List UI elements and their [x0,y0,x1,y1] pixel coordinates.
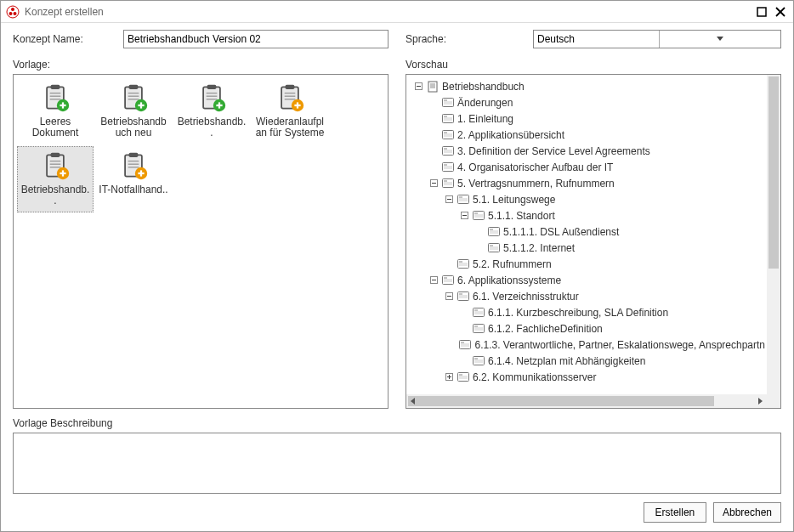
language-select[interactable]: Deutsch [533,30,781,48]
tree-node[interactable]: Betriebshandbuch [408,78,765,94]
template-item[interactable]: Betriebshandb.. [173,78,250,144]
tree-toggle-icon [428,162,439,173]
maximize-button[interactable] [754,4,769,20]
template-label: Betriebshandb.. [20,184,91,207]
tree-node-label: 3. Definition der Service Level Agreemen… [457,145,650,157]
tree-node[interactable]: 5.1.1.1. DSL Außendienst [408,224,765,240]
template-item[interactable]: Wiederanlaufplan für Systeme [252,78,328,144]
tree-toggle-icon[interactable] [459,211,469,221]
chevron-down-icon [659,31,781,48]
description-box[interactable] [13,433,781,494]
tree-node[interactable]: 3. Definition der Service Level Agreemen… [408,143,765,159]
tree-node-label: 6.2. Kommunikationsserver [473,371,596,383]
svg-rect-25 [207,85,217,89]
page-icon [457,291,469,302]
tree-node[interactable]: 6.1.1. Kurzbeschreibung, SLA Definition [408,304,765,320]
concept-name-label: Konzept Name: [13,33,123,45]
tree-node[interactable]: 6.1.2. FachlicheDefinition [408,320,765,337]
tree-node[interactable]: 6. Applikationssysteme [408,272,765,288]
language-value: Deutsch [537,33,659,45]
tree-node[interactable]: 5.1. Leitungswege [408,191,765,207]
close-button[interactable] [773,4,788,20]
tree-node[interactable]: 6.2. Kommunikationsserver [408,369,765,385]
templates-label: Vorlage: [13,59,388,71]
tree-node-label: 5. Vertragsnummern, Rufnummern [457,178,615,190]
tree-toggle-icon[interactable] [413,82,423,92]
tree-node[interactable]: 1. Einleitung [408,110,765,127]
cancel-button[interactable]: Abbrechen [713,502,781,523]
tree-node-label: 5.1.1. Standort [488,210,555,222]
template-item[interactable]: Betriebshandb.. [17,146,94,212]
horizontal-scrollbar[interactable] [406,394,767,408]
page-icon [488,227,500,237]
tree-node-label: 6.1.4. Netzplan mit Abhängigkeiten [488,355,645,367]
svg-rect-58 [428,82,437,92]
svg-rect-49 [129,153,139,157]
page-icon [442,275,454,286]
page-icon [442,162,454,173]
tree-node-label: 6.1.1. Kurzbeschreibung, SLA Definition [488,307,668,319]
tree-node-label: Änderungen [457,97,513,109]
svg-point-1 [11,8,14,11]
template-item[interactable]: IT-Notfallhand.. [95,146,172,212]
svg-marker-7 [717,37,723,41]
vertical-scrollbar[interactable] [767,75,780,394]
tree-toggle-icon [474,243,485,253]
tree-toggle-icon[interactable] [444,195,454,205]
tree-node[interactable]: 5. Vertragsnummern, Rufnummern [408,175,765,191]
document-icon [427,82,439,92]
titlebar: Konzept erstellen [1,1,793,23]
tree-toggle-icon[interactable] [444,291,454,302]
tree-node[interactable]: Änderungen [408,94,765,110]
create-button[interactable]: Erstellen [644,502,706,523]
tree-node[interactable]: 2. Applikationsübersicht [408,127,765,143]
window-title: Konzept erstellen [25,6,751,18]
svg-rect-33 [286,85,295,89]
page-icon [473,356,485,366]
app-icon [6,5,20,19]
tree-node-label: 4. Organisatorischer Aufbau der IT [457,161,613,173]
clipboard-icon [118,82,149,113]
tree-toggle-icon[interactable] [444,372,454,382]
page-icon [457,372,469,382]
svg-rect-4 [757,8,766,16]
preview-pane: Betriebshandbuch Änderungen 1. Einleitun… [406,74,781,409]
svg-rect-41 [51,153,60,157]
tree-node[interactable]: 6.1.4. Netzplan mit Abhängigkeiten [408,353,765,369]
template-label: Betriebshandbuch neu [98,116,169,139]
tree-node[interactable]: 5.1.1. Standort [408,207,765,224]
page-icon [442,98,454,108]
page-icon [473,308,485,318]
tree-node[interactable]: 6.1. Verzeichnisstruktur [408,288,765,304]
page-icon [457,195,469,205]
svg-marker-148 [758,398,763,405]
tree-node[interactable]: 4. Organisatorischer Aufbau der IT [408,159,765,175]
page-icon [442,146,454,156]
template-item[interactable]: Betriebshandbuch neu [95,78,172,144]
svg-point-3 [14,12,17,15]
tree-toggle-icon[interactable] [428,275,439,286]
clipboard-icon [40,82,71,113]
tree-node[interactable]: 6.1.3. Verantwortliche, Partner, Eskalat… [408,337,765,353]
page-icon [442,114,454,124]
tree-toggle-icon [428,98,439,108]
templates-pane: Leeres Dokument Betriebshandbuch neu Bet… [13,74,388,409]
tree-node[interactable]: 5.2. Rufnummern [408,256,765,272]
svg-rect-17 [129,85,139,89]
tree-node-label: 5.1.1.1. DSL Außendienst [503,226,619,238]
svg-point-2 [9,12,13,15]
tree-node-label: 2. Applikationsübersicht [457,129,564,141]
template-label: Leeres Dokument [20,116,91,139]
template-item[interactable]: Leeres Dokument [17,78,94,144]
tree-node-label: 6.1.3. Verantwortliche, Partner, Eskalat… [474,339,765,351]
tree-node[interactable]: 5.1.1.2. Internet [408,240,765,256]
concept-name-input[interactable] [123,30,388,48]
template-label: IT-Notfallhand.. [99,184,167,195]
svg-marker-147 [411,398,415,405]
page-icon [459,340,471,350]
preview-label: Vorschau [406,59,781,71]
clipboard-icon [40,150,71,181]
tree-toggle-icon [459,308,469,318]
tree-toggle-icon[interactable] [428,178,439,189]
tree-toggle-icon [448,340,456,350]
